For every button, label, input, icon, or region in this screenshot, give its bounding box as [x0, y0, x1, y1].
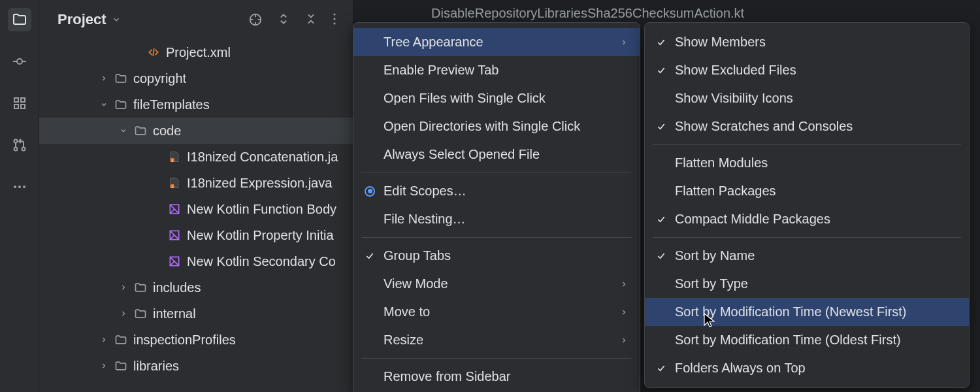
- tree-row[interactable]: Project.xml: [39, 39, 353, 65]
- svg-point-12: [23, 186, 25, 188]
- submenu-tree-appearance: Show MembersShow Excluded FilesShow Visi…: [644, 22, 970, 388]
- svg-rect-4: [21, 98, 25, 102]
- menu-item[interactable]: Flatten Packages: [645, 177, 969, 205]
- tree-row[interactable]: New Kotlin Property Initia: [39, 222, 353, 248]
- panel-title: Project: [57, 11, 106, 28]
- tree-item-label: fileTemplates: [133, 97, 210, 112]
- tree-row[interactable]: New Kotlin Function Body: [39, 196, 353, 222]
- structure-tool-icon[interactable]: [8, 91, 31, 115]
- menu-item[interactable]: Edit Scopes…: [353, 177, 640, 205]
- menu-item-label: Enable Preview Tab: [384, 63, 628, 78]
- svg-rect-5: [14, 105, 18, 108]
- tree-row[interactable]: JI18nized Expression.java: [39, 170, 353, 196]
- chevron-right-icon: [620, 39, 628, 46]
- menu-item[interactable]: Open Directories with Single Click: [353, 112, 640, 140]
- menu-item[interactable]: Remove from Sidebar: [353, 363, 640, 391]
- menu-item-label: Sort by Type: [675, 276, 957, 291]
- svg-point-19: [333, 18, 335, 20]
- chevron-right-icon[interactable]: [98, 336, 110, 344]
- project-tool-icon[interactable]: [8, 8, 31, 31]
- svg-rect-3: [14, 98, 18, 102]
- panel-options-icon[interactable]: [332, 12, 337, 27]
- svg-point-20: [333, 22, 335, 24]
- menu-item-label: Move to: [384, 304, 613, 319]
- menu-item-label: View Mode: [384, 276, 613, 291]
- tree-row[interactable]: copyright: [39, 65, 353, 91]
- menu-item[interactable]: Always Select Opened File: [353, 140, 640, 169]
- svg-point-10: [14, 186, 16, 188]
- more-tool-icon[interactable]: [8, 175, 31, 199]
- menu-item[interactable]: Resize: [353, 326, 640, 354]
- tree-item-label: inspectionProfiles: [133, 333, 236, 348]
- menu-item[interactable]: Show Visibility Icons: [645, 84, 969, 112]
- menu-item[interactable]: Sort by Name: [645, 242, 969, 270]
- tree-row[interactable]: New Kotlin Secondary Co: [39, 248, 353, 274]
- tree-item-label: libraries: [133, 359, 179, 374]
- xml-icon: [146, 46, 161, 59]
- menu-item[interactable]: Folders Always on Top: [645, 354, 969, 382]
- menu-item[interactable]: Compact Middle Packages: [645, 205, 969, 233]
- menu-separator: [653, 237, 961, 238]
- tree-row[interactable]: internal: [39, 301, 353, 327]
- menu-item[interactable]: Enable Preview Tab: [353, 56, 640, 84]
- menu-item[interactable]: Group Tabs: [353, 242, 640, 270]
- project-panel-header: Project: [39, 0, 353, 39]
- menu-item-label: Group Tabs: [384, 248, 628, 263]
- menu-item-label: Open Files with Single Click: [384, 91, 628, 106]
- menu-item-label: Sort by Name: [675, 248, 957, 263]
- chevron-down-icon[interactable]: [98, 101, 110, 108]
- commit-tool-icon[interactable]: [8, 50, 31, 73]
- kotlin-icon: [167, 203, 182, 216]
- menu-item[interactable]: Sort by Type: [645, 270, 969, 298]
- tree-item-label: Project.xml: [166, 45, 231, 60]
- menu-separator: [361, 358, 632, 359]
- expand-all-icon[interactable]: [277, 12, 290, 27]
- folder-icon: [133, 281, 148, 294]
- chevron-right-icon[interactable]: [118, 284, 129, 291]
- project-panel-title-dropdown[interactable]: Project: [57, 11, 121, 28]
- menu-item[interactable]: View Mode: [353, 270, 640, 298]
- tree-row[interactable]: code: [39, 118, 353, 144]
- svg-line-21: [153, 48, 154, 56]
- java-icon: J: [167, 150, 182, 163]
- menu-item[interactable]: Show Scratches and Consoles: [645, 112, 969, 140]
- menu-item[interactable]: Show Members: [645, 28, 969, 56]
- menu-item[interactable]: Show Excluded Files: [645, 56, 969, 84]
- svg-point-9: [22, 148, 25, 151]
- menu-item[interactable]: Sort by Modification Time (Oldest First): [645, 326, 969, 354]
- tree-row[interactable]: libraries: [39, 353, 353, 379]
- folder-icon: [114, 72, 128, 85]
- tree-row[interactable]: inspectionProfiles: [39, 327, 353, 353]
- tree-item-label: includes: [153, 280, 201, 295]
- tree-row[interactable]: fileTemplates: [39, 91, 353, 118]
- collapse-all-icon[interactable]: [304, 12, 318, 27]
- folder-icon: [114, 333, 128, 346]
- tree-item-label: I18nized Expression.java: [187, 176, 332, 191]
- check-icon: [654, 363, 668, 374]
- menu-item[interactable]: Sort by Modification Time (Newest First): [645, 298, 969, 326]
- chevron-right-icon[interactable]: [118, 310, 129, 318]
- chevron-right-icon: [620, 336, 628, 344]
- menu-item[interactable]: Open Files with Single Click: [353, 84, 640, 112]
- tree-row[interactable]: includes: [39, 274, 353, 301]
- menu-item-label: Tree Appearance: [384, 35, 613, 50]
- svg-point-18: [333, 13, 335, 15]
- menu-item[interactable]: File Nesting…: [353, 205, 640, 233]
- chevron-right-icon[interactable]: [98, 74, 110, 82]
- radio-icon: [363, 186, 377, 197]
- menu-item[interactable]: Tree Appearance: [353, 28, 640, 56]
- java-icon: J: [167, 176, 182, 189]
- chevron-right-icon[interactable]: [98, 362, 110, 370]
- kotlin-icon: [167, 255, 182, 268]
- pull-requests-tool-icon[interactable]: [8, 133, 31, 157]
- select-opened-file-icon[interactable]: [248, 12, 263, 27]
- chevron-down-icon[interactable]: [118, 127, 129, 135]
- menu-item[interactable]: Move to: [353, 298, 640, 326]
- menu-item[interactable]: Flatten Modules: [645, 149, 969, 177]
- tree-row[interactable]: JI18nized Concatenation.ja: [39, 144, 353, 170]
- menu-item-label: Compact Middle Packages: [675, 212, 957, 227]
- project-tree[interactable]: Project.xmlcopyrightfileTemplatescodeJI1…: [39, 39, 353, 379]
- tree-item-label: New Kotlin Property Initia: [187, 228, 334, 243]
- menu-separator: [361, 237, 632, 238]
- menu-item-label: File Nesting…: [384, 212, 628, 227]
